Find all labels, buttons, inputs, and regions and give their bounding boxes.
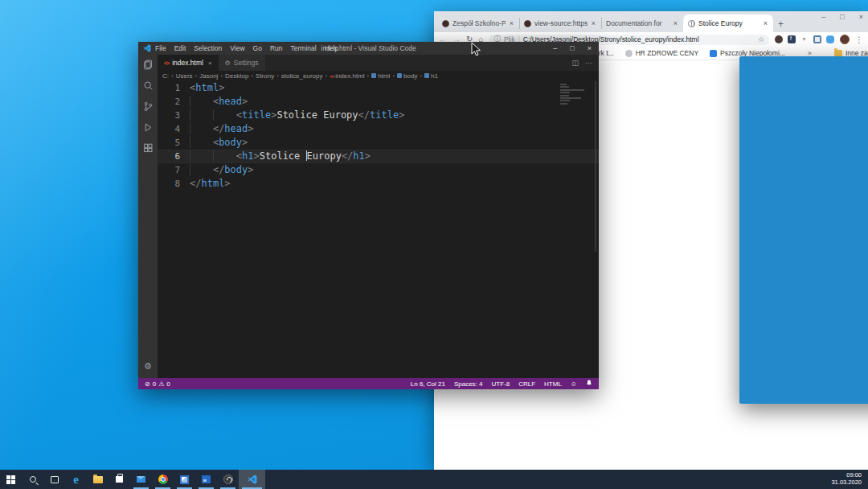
cloud-extension-icon[interactable] — [826, 35, 834, 43]
code-editor[interactable]: 1<html>2 <head>3 <title>Stolice Europy</… — [158, 81, 599, 378]
tab-index-html[interactable]: <> index.html × — [158, 55, 219, 71]
feedback-icon[interactable]: ☺ — [571, 380, 577, 388]
run-debug-icon[interactable] — [143, 122, 154, 133]
site-favicon — [442, 20, 449, 27]
search-icon[interactable] — [143, 80, 154, 91]
taskbar-chrome-button[interactable] — [152, 470, 174, 489]
screenshot-extension-icon[interactable] — [813, 35, 821, 43]
breadcrumb-item-index-html[interactable]: <>index.html — [330, 72, 364, 80]
browser-menu-icon[interactable]: ⋮ — [855, 35, 863, 44]
browser-maximize-button[interactable]: □ — [840, 13, 844, 21]
tab-close-icon[interactable]: × — [673, 19, 678, 27]
extensions-icon[interactable] — [143, 143, 154, 154]
taskbar-photos-button[interactable] — [174, 470, 195, 489]
browser-tab-3[interactable]: Documentation for× — [601, 14, 683, 32]
breadcrumb-item-users[interactable]: Users — [176, 72, 193, 80]
code-text: <h1>Stolice Europy</h1> — [190, 150, 371, 163]
code-line[interactable]: 5 <body> — [158, 136, 599, 150]
minimap[interactable] — [560, 84, 588, 105]
breadcrumb-item-body[interactable]: body — [397, 72, 417, 80]
browser-tab-2[interactable]: view-source:https:/...× — [519, 14, 601, 32]
breadcrumb-item-strony[interactable]: Strony — [256, 72, 274, 80]
menu-edit[interactable]: Edit — [174, 44, 186, 52]
manage-gear-icon[interactable]: ⚙ — [144, 361, 152, 372]
status-cursor-position[interactable]: Ln 6, Col 21 — [411, 380, 445, 388]
editor-scrollbar[interactable] — [595, 81, 596, 252]
line-number: 7 — [158, 163, 190, 177]
taskbar-clock[interactable]: 09:00 31.03.2020 — [831, 470, 868, 489]
taskbar-start-button[interactable] — [0, 470, 22, 489]
tab-close-icon[interactable]: × — [591, 19, 596, 27]
filter-extension-icon[interactable] — [800, 35, 809, 43]
code-line[interactable]: 8</html> — [158, 177, 599, 191]
breadcrumb-item-jasonj[interactable]: Jasonj — [199, 72, 218, 80]
breadcrumb-item-h1[interactable]: h1 — [424, 72, 438, 80]
code-line[interactable]: 7 </body> — [158, 163, 599, 177]
vscode-titlebar[interactable]: FileEditSelectionViewGoRunTerminalHelp i… — [138, 42, 599, 55]
taskbar-edge-button[interactable]: e — [65, 470, 87, 489]
menu-selection[interactable]: Selection — [194, 44, 222, 52]
menu-go[interactable]: Go — [253, 44, 262, 52]
breadcrumb-separator-icon: › — [251, 72, 253, 80]
code-line[interactable]: 3 <title>Stolice Europy</title> — [158, 109, 599, 122]
vscode-maximize-button[interactable]: □ — [570, 44, 574, 52]
browser-tab-4[interactable]: Stolice Europy× — [683, 14, 773, 32]
taskbar-vscode-button[interactable] — [239, 470, 265, 489]
breadcrumb-item-stolice-europy[interactable]: stolice_europy — [281, 72, 323, 80]
menu-terminal[interactable]: Terminal — [291, 44, 317, 52]
taskbar-task-view-button[interactable] — [43, 470, 65, 489]
tab-close-icon[interactable]: × — [208, 60, 212, 67]
tab-settings[interactable]: ⚙ Settings — [219, 55, 265, 71]
taskbar-obs-button[interactable] — [217, 470, 239, 489]
browser-minimize-button[interactable]: – — [821, 13, 825, 21]
browser-close-button[interactable]: × — [859, 13, 863, 21]
tab-close-icon[interactable]: × — [763, 19, 768, 27]
taskbar-store-button[interactable] — [108, 470, 130, 489]
status-indentation[interactable]: Spaces: 4 — [454, 380, 483, 388]
facebook-extension-icon[interactable] — [788, 35, 796, 43]
breadcrumb-separator-icon: › — [325, 72, 327, 80]
problems-indicator[interactable]: ⊘ 0 ⚠ 0 — [145, 380, 170, 388]
round-extension-icon[interactable] — [775, 35, 783, 43]
browser-tab-1[interactable]: Zespół Szkolno-Prz...× — [437, 14, 519, 32]
menu-run[interactable]: Run — [270, 44, 283, 52]
split-editor-icon[interactable]: ◫ — [571, 59, 579, 67]
menu-view[interactable]: View — [230, 44, 244, 52]
code-line[interactable]: 4 </head> — [158, 122, 599, 136]
breadcrumb-item-c-[interactable]: C: — [162, 72, 169, 80]
code-line[interactable]: 6 <h1>Stolice Europy</h1> — [158, 150, 599, 163]
menu-help[interactable]: Help — [325, 44, 338, 52]
code-text: </html> — [190, 177, 231, 191]
vscode-minimize-button[interactable]: – — [553, 44, 557, 52]
taskbar-mail-button[interactable] — [130, 470, 152, 489]
bookmark-favicon — [625, 50, 633, 57]
taskbar-search-button[interactable] — [22, 470, 43, 489]
vscode-close-button[interactable]: × — [588, 44, 592, 52]
new-tab-button[interactable]: + — [778, 18, 784, 30]
tab-close-icon[interactable]: × — [509, 19, 514, 27]
bookmark-item-2[interactable]: HR ZDROWE CENY — [625, 49, 698, 57]
symbol-icon — [371, 73, 376, 78]
editor-more-actions-icon[interactable]: ··· — [585, 59, 592, 67]
notifications-bell-icon[interactable] — [586, 380, 592, 388]
line-number: 3 — [158, 109, 190, 122]
breadcrumb-item-html[interactable]: html — [371, 72, 390, 80]
taskbar-movies-tv-button[interactable] — [195, 470, 217, 489]
breadcrumb[interactable]: C:›Users›Jasonj›Desktop›Strony›stolice_e… — [158, 71, 599, 81]
profile-avatar[interactable] — [840, 35, 850, 44]
status-encoding[interactable]: UTF-8 — [491, 380, 510, 388]
status-eol[interactable]: CRLF — [518, 380, 535, 388]
source-control-icon[interactable] — [143, 101, 154, 112]
breadcrumb-separator-icon: › — [367, 72, 370, 80]
breadcrumb-separator-icon: › — [276, 72, 279, 80]
taskbar-file-explorer-button[interactable] — [87, 470, 108, 489]
status-language-mode[interactable]: HTML — [544, 380, 562, 388]
warning-count: 0 — [166, 380, 170, 388]
code-text: </head> — [190, 122, 254, 136]
code-line[interactable]: 2 <head> — [158, 95, 599, 109]
breadcrumb-item-desktop[interactable]: Desktop — [225, 72, 248, 80]
bookmark-star-icon[interactable]: ☆ — [758, 35, 764, 43]
code-line[interactable]: 1<html> — [158, 81, 599, 95]
menu-file[interactable]: File — [155, 44, 166, 52]
explorer-icon[interactable] — [143, 60, 154, 70]
